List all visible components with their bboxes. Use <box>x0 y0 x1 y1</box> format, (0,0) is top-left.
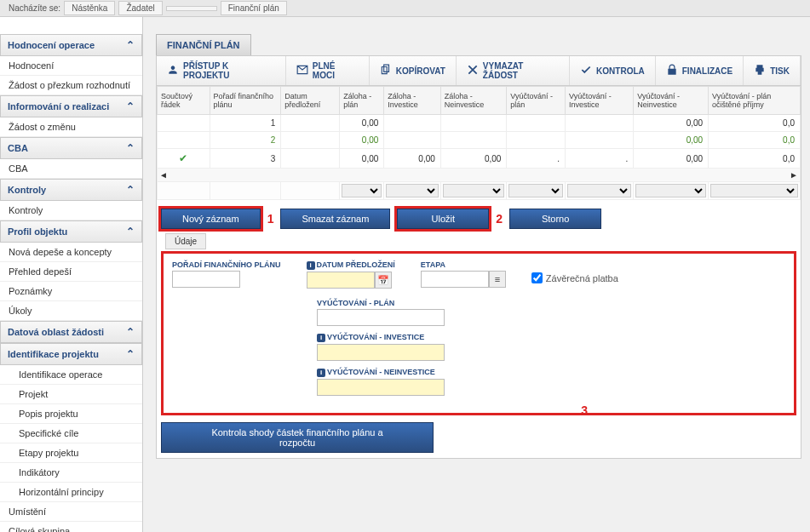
sidebar-item[interactable]: Cílová skupina <box>0 522 142 532</box>
tab-udaje[interactable]: Údaje <box>165 233 206 249</box>
tab-financni-plan[interactable]: FINANČNÍ PLÁN <box>156 34 251 55</box>
sidebar-item[interactable]: Etapy projektu <box>0 443 142 463</box>
filter-row <box>158 182 801 200</box>
sidebar-header[interactable]: Informování o realizaci⌃ <box>0 95 142 117</box>
list-icon[interactable]: ≡ <box>489 271 506 288</box>
filter-select[interactable] <box>567 184 631 197</box>
poradi-label: POŘADÍ FINANČNÍHO PLÁNU <box>172 260 281 269</box>
sidebar-header[interactable]: Hodnocení operace⌃ <box>0 34 142 56</box>
sidebar-item[interactable]: Žádost o změnu <box>0 117 142 137</box>
toolbar-x-button[interactable]: VYMAZAT ŽÁDOST <box>457 56 570 85</box>
table-row[interactable]: 10,000,000,0 <box>158 115 801 132</box>
filter-select[interactable] <box>635 184 706 197</box>
sidebar-item[interactable]: Specifické cíle <box>0 424 142 443</box>
sidebar-item[interactable]: Hodnocení <box>0 56 142 76</box>
chevron-up-icon: ⌃ <box>126 100 135 112</box>
column-header[interactable]: Vyúčtování - plán <box>507 87 566 115</box>
chevron-up-icon: ⌃ <box>126 142 135 154</box>
action-buttons: Nový záznam 1 Smazat záznam Uložit 2 Sto… <box>157 200 801 234</box>
main-content: FINANČNÍ PLÁN PŘÍSTUP K PROJEKTUPLNÉ MOC… <box>143 17 810 532</box>
breadcrumb: Nacházíte se: Nástěnka Žadatel Finanční … <box>0 0 810 17</box>
scroll-left-icon[interactable]: ◄ <box>159 170 168 180</box>
chevron-up-icon: ⌃ <box>126 326 135 338</box>
breadcrumb-item[interactable]: Nástěnka <box>64 1 115 15</box>
mark-1: 1 <box>267 212 274 226</box>
vyuct-neinv-input[interactable] <box>317 379 445 396</box>
sidebar-header[interactable]: Profil objektu⌃ <box>0 220 142 243</box>
storno-button[interactable]: Storno <box>509 209 601 229</box>
zaverecna-checkbox[interactable] <box>531 272 543 283</box>
sidebar-item[interactable]: Poznámky <box>0 282 142 301</box>
datum-label: iDATUM PŘEDLOŽENÍ <box>307 260 395 270</box>
sidebar-item[interactable]: Identifikace operace <box>0 365 142 385</box>
breadcrumb-item[interactable]: Finanční plán <box>221 1 287 15</box>
sidebar-item[interactable]: Přehled depeší <box>0 262 142 282</box>
sidebar-item[interactable]: Kontroly <box>0 201 142 220</box>
chevron-up-icon: ⌃ <box>126 184 135 196</box>
vyuct-inv-input[interactable] <box>317 344 445 361</box>
sidebar-item[interactable]: Horizontální principy <box>0 483 142 502</box>
column-header[interactable]: Vyúčtování - Investice <box>566 87 634 115</box>
column-header[interactable]: Záloha - plán <box>340 87 384 115</box>
sidebar-header[interactable]: CBA⌃ <box>0 137 142 159</box>
sidebar-item[interactable]: CBA <box>0 159 142 179</box>
etapa-label: ETAPA <box>421 260 506 269</box>
column-header[interactable]: Pořadí finančního plánu <box>210 87 281 115</box>
filter-select[interactable] <box>342 184 382 197</box>
users-icon <box>167 64 179 77</box>
column-header[interactable]: Záloha - Investice <box>384 87 441 115</box>
smazat-zaznam-button[interactable]: Smazat záznam <box>280 209 390 229</box>
sidebar-item[interactable]: Projekt <box>0 385 142 404</box>
ulozit-button[interactable]: Uložit <box>397 209 489 229</box>
breadcrumb-item[interactable]: Žadatel <box>118 1 162 15</box>
sidebar-header[interactable]: Identifikace projektu⌃ <box>0 343 142 365</box>
etapa-input[interactable] <box>421 271 489 288</box>
vyuct-plan-label: VYÚČTOVÁNÍ - PLÁN <box>317 299 785 307</box>
filter-select[interactable] <box>508 184 563 197</box>
check-icon: ✔ <box>179 152 187 164</box>
column-header[interactable]: Vyúčtování - Neinvestice <box>634 87 709 115</box>
sidebar-header[interactable]: Datová oblast žádosti⌃ <box>0 321 142 343</box>
vyuct-plan-input[interactable] <box>317 309 445 326</box>
sidebar-item[interactable]: Indikátory <box>0 463 142 483</box>
filter-select[interactable] <box>443 184 505 197</box>
scroll-right-icon[interactable]: ► <box>790 170 798 180</box>
toolbar-copy-button[interactable]: KOPÍROVAT <box>370 56 457 85</box>
x-icon <box>467 64 479 77</box>
sidebar: Hodnocení operace⌃HodnoceníŽádost o přez… <box>0 17 143 532</box>
sidebar-item[interactable]: Umístění <box>0 502 142 522</box>
filter-select[interactable] <box>386 184 439 197</box>
toolbar: PŘÍSTUP K PROJEKTUPLNÉ MOCIKOPÍROVATVYMA… <box>157 56 801 86</box>
table-row[interactable]: 20,000,000,0 <box>158 132 801 149</box>
mail-icon <box>296 64 308 77</box>
column-header[interactable]: Záloha - Neinvestice <box>440 87 507 115</box>
breadcrumb-item[interactable] <box>166 6 217 11</box>
toolbar-check-button[interactable]: KONTROLA <box>570 56 656 85</box>
filter-select[interactable] <box>710 184 798 197</box>
table-row[interactable]: ✔30,000,000,00..0,000,0 <box>158 149 801 169</box>
column-header[interactable]: Vyúčtování - plán očištěné příjmy <box>709 87 801 115</box>
kontrola-shody-button[interactable]: Kontrola shody částek finančního plánu a… <box>161 422 434 453</box>
sidebar-item[interactable]: Žádost o přezkum rozhodnutí <box>0 76 142 95</box>
column-header[interactable]: Datum předložení <box>281 87 340 115</box>
sidebar-item[interactable]: Nová depeše a koncepty <box>0 243 142 262</box>
datum-input[interactable] <box>307 272 375 289</box>
zaverecna-label: Závěrečná platba <box>546 273 618 283</box>
lock-icon <box>666 64 678 77</box>
sidebar-item[interactable]: Popis projektu <box>0 404 142 424</box>
check-icon <box>580 64 592 77</box>
sidebar-item[interactable]: Úkoly <box>0 301 142 321</box>
toolbar-lock-button[interactable]: FINALIZACE <box>656 56 744 85</box>
toolbar-print-button[interactable]: TISK <box>744 56 801 85</box>
toolbar-mail-button[interactable]: PLNÉ MOCI <box>286 56 370 85</box>
chevron-up-icon: ⌃ <box>126 226 135 237</box>
novy-zaznam-button[interactable]: Nový záznam <box>161 209 261 229</box>
toolbar-users-button[interactable]: PŘÍSTUP K PROJEKTU <box>157 56 286 85</box>
calendar-icon[interactable]: 📅 <box>375 272 392 289</box>
poradi-input[interactable] <box>172 271 240 288</box>
column-header[interactable]: Součtový řádek <box>158 87 210 115</box>
sidebar-header[interactable]: Kontroly⌃ <box>0 179 142 201</box>
copy-icon <box>380 64 392 77</box>
chevron-up-icon: ⌃ <box>126 348 135 360</box>
finance-grid: Součtový řádekPořadí finančního plánuDat… <box>157 86 801 200</box>
